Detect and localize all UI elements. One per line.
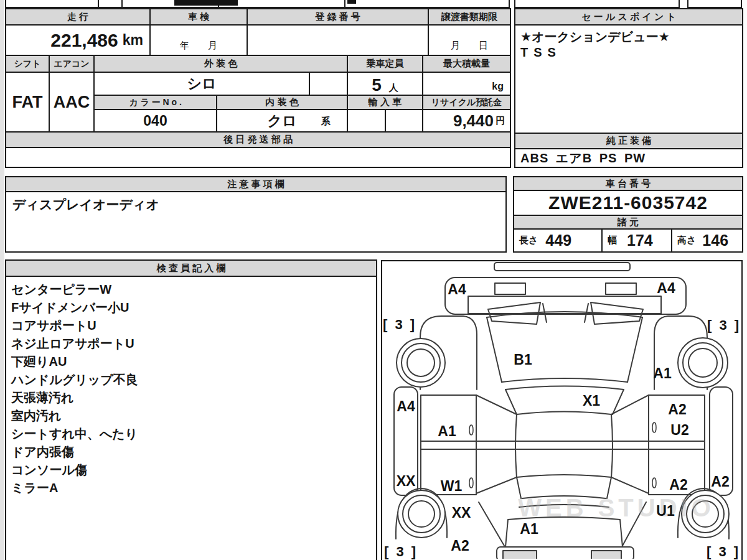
color-no-value: 040 [95, 110, 217, 133]
spec-height-label: 高さ [677, 235, 696, 246]
top-partial-row [514, 0, 680, 8]
damage-code-label: A4 [657, 280, 675, 297]
spec-length: 長さ 449 [514, 230, 603, 253]
damage-code-label: A1 [438, 423, 456, 440]
transfer-deadline-header: 譲渡書類期限 [429, 9, 511, 26]
registration-value [248, 26, 429, 56]
vehicle-data-table: 走 行 車 検 登 録 番 号 譲渡書類期限 221,486 km 年 月 月 … [5, 8, 511, 168]
tread-depth-label: [ 3 ] [384, 544, 418, 560]
shift-value: FAT [6, 73, 50, 133]
chassis-header: 車 台 番 号 [514, 177, 743, 191]
color-no-header: カ ラ ー N o . [95, 96, 217, 110]
spec-height-value: 146 [702, 231, 728, 250]
tread-depth-label: [ 3 ] [707, 544, 740, 560]
rear-bumper-insert-right [591, 551, 621, 559]
later-parts-value [6, 148, 511, 168]
mileage-unit: km [123, 32, 143, 49]
damage-code-label: A4 [448, 281, 466, 298]
spec-length-value: 449 [545, 231, 571, 250]
spec-width-value: 174 [627, 231, 653, 250]
notes-panel: 注 意 事 項 欄 ディスプレイオーディオ [5, 176, 507, 253]
inspector-note-line: シートすれ中、へたり [11, 425, 371, 443]
damage-code-label: A2 [668, 401, 686, 418]
watermark: WEB STUDIO [518, 494, 715, 521]
inspector-note-line: ハンドルグリップ不良 [11, 371, 371, 389]
inspector-note-line: センターピラーW [11, 281, 371, 299]
exterior-color-header: 外 装 色 [95, 56, 348, 73]
import-header: 輸 入 車 [348, 96, 423, 110]
hood-sides [487, 317, 642, 382]
capacity-header: 乗車定員 [348, 56, 423, 73]
inspector-panel: 検 査 員 記 入 欄 センターピラーWFサイドメンバー小UコアサポートUネジ止… [5, 259, 377, 560]
recycle-header: リサイクル預託金 [423, 96, 511, 110]
damage-code-label: A1 [520, 521, 538, 538]
shaken-value: 年 月 [151, 26, 248, 56]
c-pillar-lines [476, 477, 649, 493]
cabin-roof [515, 412, 613, 478]
car-top-view-drawing: WEB STUDIO [382, 261, 741, 559]
damage-code-label: A1 [653, 365, 671, 382]
inspector-note-line: 天張薄汚れ [11, 389, 371, 407]
inspector-note-line: ドア内張傷 [11, 443, 371, 461]
capacity-unit: 人 [389, 82, 398, 94]
damage-code-label: X1 [583, 393, 600, 409]
aircon-value: AAC [50, 73, 95, 133]
max-load-value: kg [423, 73, 511, 96]
front-bumper-top-strip [494, 263, 630, 271]
chassis-panel: 車 台 番 号 ZWE211-6035742 諸 元 長さ 449 幅 174 … [513, 176, 743, 253]
inspector-note-line: ミラーA [11, 479, 371, 497]
damage-code-label: A4 [397, 398, 415, 415]
interior-color-suffix: 系 [321, 116, 331, 128]
damage-code-label: XX [452, 505, 471, 521]
sales-point-panel: セ ー ル ス ポ イ ン ト ★オークションデビュー★ TSS 純 正 装 備… [514, 8, 743, 168]
front-bumper-insert-left [495, 283, 525, 294]
top-partial-row [5, 0, 510, 8]
damage-code-label: U1 [656, 503, 674, 520]
tread-depth-label: [ 3 ] [707, 317, 741, 334]
capacity-number: 5 [372, 75, 382, 95]
spec-height: 高さ 146 [672, 230, 743, 253]
damage-code-label: U2 [670, 422, 688, 439]
capacity-value: 5 人 [348, 73, 423, 96]
damage-code-label: A2 [711, 474, 729, 490]
door-split-band [421, 441, 705, 449]
interior-color-name: クロ [267, 111, 296, 131]
damage-code-label: B1 [514, 352, 532, 368]
mileage-value: 221,486 km [6, 26, 151, 56]
mileage-number: 221,486 [50, 30, 118, 51]
inspector-list: センターピラーWFサイドメンバー小UコアサポートUネジ止ロアサポートU下廻りAU… [6, 277, 376, 501]
recycle-unit: 円 [496, 115, 505, 127]
top-partial-row [687, 0, 742, 8]
equipment-header: 純 正 装 備 [515, 134, 743, 149]
recycle-fee: 9,440 [453, 111, 494, 131]
grid-line [344, 0, 345, 7]
damage-diagram: WEB STUDIO A4A4[ 3 ][ 3 ]B1A1X1A4A2A1U2X… [381, 260, 743, 560]
notes-value: ディスプレイオーディオ [6, 192, 507, 253]
auction-sheet: 走 行 車 検 登 録 番 号 譲渡書類期限 221,486 km 年 月 月 … [0, 0, 747, 560]
inspector-note-line: コンソール傷 [11, 461, 371, 479]
interior-color-value: クロ 系 [217, 110, 348, 133]
chassis-number: ZWE211-6035742 [514, 191, 743, 216]
inspector-note-line: コアサポートU [11, 317, 371, 335]
recycle-value: 9,440 円 [423, 110, 511, 133]
exterior-color-value: シロ [95, 73, 310, 96]
grid-line [121, 0, 123, 7]
front-bumper-insert-right [606, 283, 636, 294]
sales-point-line: ★オークションデビュー★ [520, 29, 670, 45]
cut-text-remnant [174, 0, 238, 6]
damage-code-label: W1 [441, 478, 463, 495]
spec-width-label: 幅 [608, 235, 617, 246]
rear-bumper-insert-left [503, 551, 537, 559]
front-panel [468, 296, 661, 314]
inspector-note-line: ネジ止ロアサポートU [11, 335, 371, 353]
notes-header: 注 意 事 項 欄 [6, 177, 507, 192]
page-left-margin [0, 0, 4, 560]
inspector-note-line: 下廻りAU [11, 353, 371, 371]
import-value-cell [386, 110, 423, 133]
mileage-header: 走 行 [6, 9, 151, 26]
damage-code-label: XX [397, 473, 416, 490]
equipment-value: ABS エアB PS PW [515, 149, 743, 168]
import-value-cell [348, 110, 386, 133]
spec-width: 幅 174 [603, 230, 672, 253]
cut-text-remnant [347, 0, 356, 4]
